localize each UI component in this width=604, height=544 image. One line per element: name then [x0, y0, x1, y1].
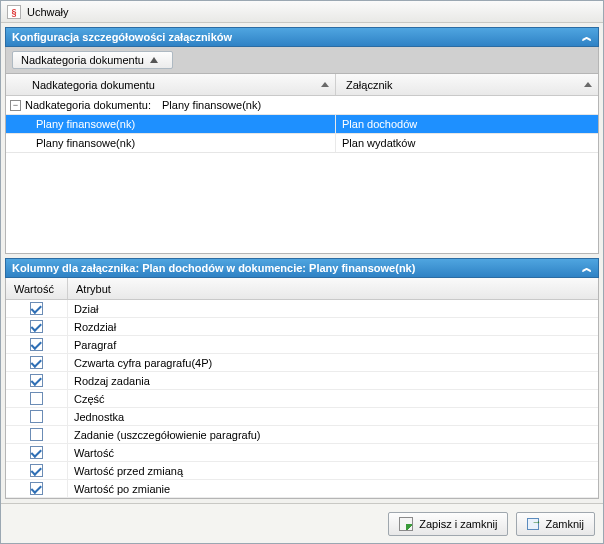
list-item[interactable]: Dział [6, 300, 598, 318]
list-item[interactable]: Jednostka [6, 408, 598, 426]
list-item[interactable]: Wartość po zmianie [6, 480, 598, 498]
checkbox[interactable] [30, 320, 43, 333]
cell-nadkategoria: Plany finansowe(nk) [6, 115, 336, 133]
attribute-label: Wartość [68, 444, 598, 461]
list-item[interactable]: Wartość przed zmianą [6, 462, 598, 480]
checkbox-cell[interactable] [6, 372, 68, 389]
sort-asc-icon [150, 57, 158, 63]
titlebar: § Uchwały [1, 1, 603, 23]
col-zalacznik[interactable]: Załącznik [336, 74, 598, 95]
window-title: Uchwały [27, 6, 69, 18]
col-nadkategoria[interactable]: Nadkategoria dokumentu [6, 74, 336, 95]
checkbox[interactable] [30, 302, 43, 315]
panel-config-header[interactable]: Konfiguracja szczegółowości załączników … [5, 27, 599, 47]
list-item[interactable]: Czwarta cyfra paragrafu(4P) [6, 354, 598, 372]
group-row[interactable]: − Nadkategoria dokumentu: Plany finansow… [6, 96, 598, 115]
col-atrybut[interactable]: Atrybut [68, 278, 598, 299]
checkbox[interactable] [30, 428, 43, 441]
list-item[interactable]: Zadanie (uszczegółowienie paragrafu) [6, 426, 598, 444]
group-row-value: Plany finansowe(nk) [162, 99, 261, 111]
panel-columns-title: Kolumny dla załącznika: Plan dochodów w … [12, 262, 415, 274]
collapse-icon: ︽ [582, 261, 592, 275]
cell-zalacznik: Plan dochodów [336, 115, 598, 133]
col-zalacznik-label: Załącznik [346, 79, 392, 91]
panel-config-title: Konfiguracja szczegółowości załączników [12, 31, 232, 43]
attribute-label: Paragraf [68, 336, 598, 353]
list-item[interactable]: Rodzaj zadania [6, 372, 598, 390]
attribute-label: Jednostka [68, 408, 598, 425]
attribute-label: Wartość po zmianie [68, 480, 598, 497]
checkbox[interactable] [30, 356, 43, 369]
checkbox-cell[interactable] [6, 300, 68, 317]
checkbox-cell[interactable] [6, 390, 68, 407]
checkbox-cell[interactable] [6, 336, 68, 353]
col-nadkategoria-label: Nadkategoria dokumentu [32, 79, 155, 91]
window: § Uchwały Konfiguracja szczegółowości za… [0, 0, 604, 544]
save-icon [399, 517, 413, 531]
group-by-pill[interactable]: Nadkategoria dokumentu [12, 51, 173, 69]
col-atrybut-label: Atrybut [76, 283, 111, 295]
table-row[interactable]: Plany finansowe(nk)Plan wydatków [6, 134, 598, 153]
close-label: Zamknij [545, 518, 584, 530]
sort-asc-icon [584, 82, 592, 87]
collapse-icon: ︽ [582, 30, 592, 44]
list-item[interactable]: Wartość [6, 444, 598, 462]
attribute-label: Czwarta cyfra paragrafu(4P) [68, 354, 598, 371]
checkbox[interactable] [30, 410, 43, 423]
attachments-grid-header: Nadkategoria dokumentu Załącznik [6, 74, 598, 96]
col-wartosc-label: Wartość [14, 283, 54, 295]
close-icon [527, 518, 539, 530]
save-and-close-label: Zapisz i zamknij [419, 518, 497, 530]
table-row[interactable]: Plany finansowe(nk)Plan dochodów [6, 115, 598, 134]
panel-columns-header[interactable]: Kolumny dla załącznika: Plan dochodów w … [5, 258, 599, 278]
list-item[interactable]: Część [6, 390, 598, 408]
sort-asc-icon [321, 82, 329, 87]
expander-icon[interactable]: − [10, 100, 21, 111]
checkbox-cell[interactable] [6, 426, 68, 443]
checkbox[interactable] [30, 374, 43, 387]
group-by-band[interactable]: Nadkategoria dokumentu [5, 47, 599, 74]
group-by-label: Nadkategoria dokumentu [21, 54, 144, 66]
footer: Zapisz i zamknij Zamknij [1, 503, 603, 543]
checkbox[interactable] [30, 464, 43, 477]
checkbox-cell[interactable] [6, 318, 68, 335]
checkbox-cell[interactable] [6, 480, 68, 497]
columns-grid-header: Wartość Atrybut [6, 278, 598, 300]
col-wartosc[interactable]: Wartość [6, 278, 68, 299]
attribute-label: Rodzaj zadania [68, 372, 598, 389]
columns-grid: Wartość Atrybut DziałRozdziałParagrafCzw… [5, 278, 599, 499]
attribute-label: Część [68, 390, 598, 407]
content-body: Konfiguracja szczegółowości załączników … [1, 23, 603, 503]
attribute-label: Wartość przed zmianą [68, 462, 598, 479]
checkbox[interactable] [30, 482, 43, 495]
close-button[interactable]: Zamknij [516, 512, 595, 536]
list-item[interactable]: Paragraf [6, 336, 598, 354]
group-row-label: Nadkategoria dokumentu: [25, 99, 151, 111]
checkbox-cell[interactable] [6, 462, 68, 479]
attribute-label: Dział [68, 300, 598, 317]
attachments-grid: Nadkategoria dokumentu Załącznik − Nadka… [5, 74, 599, 254]
checkbox[interactable] [30, 338, 43, 351]
cell-nadkategoria: Plany finansowe(nk) [6, 134, 336, 152]
app-icon: § [7, 5, 21, 19]
save-and-close-button[interactable]: Zapisz i zamknij [388, 512, 508, 536]
checkbox-cell[interactable] [6, 408, 68, 425]
attribute-label: Rozdział [68, 318, 598, 335]
attribute-label: Zadanie (uszczegółowienie paragrafu) [68, 426, 598, 443]
list-item[interactable]: Rozdział [6, 318, 598, 336]
checkbox[interactable] [30, 446, 43, 459]
checkbox-cell[interactable] [6, 444, 68, 461]
checkbox[interactable] [30, 392, 43, 405]
cell-zalacznik: Plan wydatków [336, 134, 598, 152]
checkbox-cell[interactable] [6, 354, 68, 371]
